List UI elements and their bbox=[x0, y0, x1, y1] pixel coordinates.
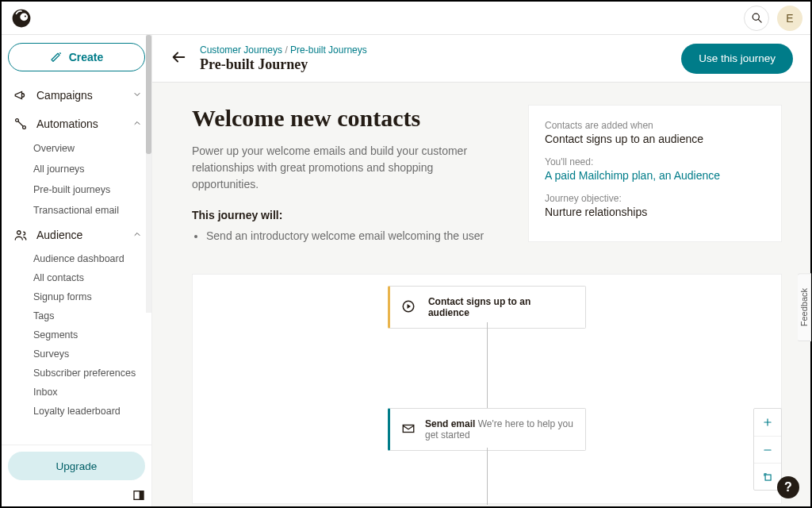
meta-objective-label: Journey objective: bbox=[545, 193, 765, 204]
page-title: Pre-built Journey bbox=[200, 56, 367, 73]
breadcrumb-leaf[interactable]: Pre-built Journeys bbox=[290, 44, 367, 56]
help-button[interactable]: ? bbox=[777, 476, 799, 498]
nav-audience-segments[interactable]: Segments bbox=[8, 325, 145, 344]
connector bbox=[487, 322, 488, 408]
nav-audience-surveys[interactable]: Surveys bbox=[8, 344, 145, 364]
hero-title: Welcome new contacts bbox=[192, 105, 509, 132]
connector bbox=[487, 448, 488, 505]
meta-need-audience-link[interactable]: an Audience bbox=[659, 169, 720, 182]
zoom-controls bbox=[753, 408, 782, 491]
svg-point-7 bbox=[17, 231, 21, 235]
svg-point-5 bbox=[16, 119, 19, 122]
nav-campaigns[interactable]: Campaigns bbox=[8, 81, 145, 110]
svg-line-4 bbox=[758, 19, 761, 22]
main: Customer Journeys / Pre-built Journeys P… bbox=[152, 35, 810, 506]
meta-contacts-value: Contact signs up to an audience bbox=[545, 133, 765, 145]
zoom-in-button[interactable] bbox=[754, 409, 781, 436]
megaphone-icon bbox=[11, 88, 30, 102]
meta-need-label: You'll need: bbox=[545, 156, 765, 167]
nav-audience-inbox[interactable]: Inbox bbox=[8, 383, 145, 402]
automations-icon bbox=[11, 117, 30, 131]
svg-rect-9 bbox=[140, 491, 144, 500]
play-icon bbox=[401, 299, 419, 316]
logo[interactable] bbox=[10, 6, 33, 30]
nav-automations[interactable]: Automations bbox=[8, 110, 145, 138]
hero-description: Power up your welcome emails and build y… bbox=[192, 143, 469, 193]
meta-objective-value: Nurture relationships bbox=[545, 206, 765, 218]
nav-automations-all-journeys[interactable]: All journeys bbox=[8, 159, 145, 179]
use-journey-button[interactable]: Use this journey bbox=[681, 44, 793, 74]
nav-audience[interactable]: Audience bbox=[8, 221, 145, 249]
meta-need-plan-link[interactable]: A paid Mailchimp plan bbox=[545, 169, 653, 182]
journey-will-list: Send an introductory welcome email welco… bbox=[192, 229, 509, 242]
nav-audience-signup[interactable]: Signup forms bbox=[8, 287, 145, 306]
audience-icon bbox=[11, 228, 30, 242]
search-icon bbox=[751, 12, 763, 24]
upgrade-button[interactable]: Upgrade bbox=[8, 452, 145, 480]
journey-will-item: Send an introductory welcome email welco… bbox=[206, 229, 509, 242]
breadcrumb: Customer Journeys / Pre-built Journeys bbox=[200, 44, 367, 56]
nav-automations-overview[interactable]: Overview bbox=[8, 138, 145, 159]
back-button[interactable] bbox=[170, 48, 192, 69]
search-button[interactable] bbox=[744, 6, 769, 31]
chevron-up-icon bbox=[132, 117, 142, 131]
svg-point-1 bbox=[20, 13, 28, 21]
svg-point-6 bbox=[23, 126, 26, 129]
create-button[interactable]: Create bbox=[8, 43, 145, 71]
breadcrumb-root[interactable]: Customer Journeys bbox=[200, 44, 282, 56]
nav-audience-contacts[interactable]: All contacts bbox=[8, 268, 145, 287]
account-avatar[interactable]: E bbox=[777, 6, 802, 31]
journey-node-start-label: Contact signs up to an audience bbox=[428, 296, 530, 318]
chevron-up-icon bbox=[132, 228, 142, 242]
journey-node-email-title: Send email bbox=[425, 418, 475, 429]
sidebar: Create Campaigns Automations Overview Al… bbox=[2, 35, 152, 506]
panel-toggle-icon[interactable] bbox=[132, 489, 147, 503]
journey-canvas[interactable]: Contact signs up to an audience Send ema… bbox=[192, 274, 782, 504]
nav-audience-tags[interactable]: Tags bbox=[8, 306, 145, 325]
pencil-icon bbox=[50, 51, 63, 64]
nav-automations-transactional[interactable]: Transactional email bbox=[8, 200, 145, 221]
zoom-out-button[interactable] bbox=[754, 436, 781, 463]
journey-node-email[interactable]: Send email We're here to help you get st… bbox=[388, 408, 586, 451]
nav-audience-loyalty[interactable]: Loyalty leaderboard bbox=[8, 402, 145, 421]
nav-audience-subprefs[interactable]: Subscriber preferences bbox=[8, 364, 145, 383]
create-label: Create bbox=[69, 51, 104, 64]
svg-point-2 bbox=[25, 15, 26, 17]
meta-contacts-label: Contacts are added when bbox=[545, 120, 765, 131]
nav-automations-prebuilt[interactable]: Pre-built journeys bbox=[8, 179, 145, 200]
journey-will-title: This journey will: bbox=[192, 209, 509, 221]
nav-audience-dashboard[interactable]: Audience dashboard bbox=[8, 249, 145, 268]
journey-meta-card: Contacts are added when Contact signs up… bbox=[528, 105, 782, 242]
sidebar-scroll-thumb[interactable] bbox=[146, 35, 151, 154]
chevron-down-icon bbox=[132, 88, 142, 102]
feedback-tab[interactable]: Feedback bbox=[798, 273, 811, 341]
email-icon bbox=[401, 421, 416, 438]
svg-rect-12 bbox=[765, 475, 771, 480]
